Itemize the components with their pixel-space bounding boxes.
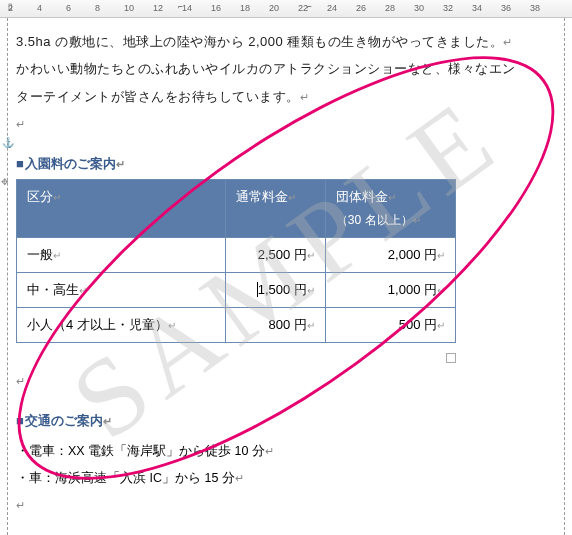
cell-group[interactable]: 2,000 円↵ — [325, 238, 455, 273]
ruler: ▯ ⌐ ⌐ 2468101214161820222426283032343638 — [0, 0, 572, 18]
paragraph-mark-icon: ↵ — [16, 499, 26, 511]
ruler-number: 22 — [298, 3, 308, 13]
cell-group[interactable]: 500 円↵ — [325, 308, 455, 343]
paragraph-mark-icon: ↵ — [16, 375, 26, 387]
intro-paragraph-3[interactable]: ターテイメントが皆さんをお待ちしています。↵ — [16, 83, 560, 110]
access-heading[interactable]: 交通のご案内↵ — [16, 412, 560, 430]
ruler-number: 36 — [501, 3, 511, 13]
ruler-number: 26 — [356, 3, 366, 13]
ruler-number: 14 — [182, 3, 192, 13]
ruler-number: 8 — [95, 3, 100, 13]
cell-group[interactable]: 1,000 円↵ — [325, 273, 455, 308]
cell-regular[interactable]: 2,500 円↵ — [226, 238, 326, 273]
ruler-number: 12 — [153, 3, 163, 13]
list-item[interactable]: 電車：XX 電鉄「海岸駅」から徒歩 10 分↵ — [16, 438, 560, 464]
ruler-number: 32 — [443, 3, 453, 13]
table-move-handle-icon[interactable]: ✥ — [1, 177, 9, 187]
table-row[interactable]: 小人（4 才以上・児童）↵ 800 円↵ 500 円↵ — [17, 308, 456, 343]
paragraph-mark-icon: ↵ — [16, 118, 26, 130]
access-list: 電車：XX 電鉄「海岸駅」から徒歩 10 分↵ 車：海浜高速「入浜 IC」から … — [16, 438, 560, 491]
cell-category[interactable]: 小人（4 才以上・児童）↵ — [17, 308, 226, 343]
ruler-number: 18 — [240, 3, 250, 13]
anchor-icon: ⚓ — [2, 137, 14, 148]
empty-paragraph[interactable]: ↵ — [16, 110, 560, 137]
fees-table[interactable]: 区分↵ 通常料金↵ 団体料金↵（30 名以上）↵ 一般↵ 2,500 円↵ 2,… — [16, 179, 456, 343]
list-item[interactable]: 車：海浜高速「入浜 IC」から 15 分↵ — [16, 465, 560, 491]
intro-paragraph-1[interactable]: 3.5ha の敷地に、地球上の陸や海から 2,000 種類もの生き物がやってきま… — [16, 28, 560, 55]
fees-heading[interactable]: 入園料のご案内↵ — [16, 155, 560, 173]
ruler-number: 20 — [269, 3, 279, 13]
col-regular[interactable]: 通常料金↵ — [226, 180, 326, 238]
ruler-number: 10 — [124, 3, 134, 13]
cell-regular[interactable]: 800 円↵ — [226, 308, 326, 343]
ruler-number: 34 — [472, 3, 482, 13]
paragraph-mark-icon: ↵ — [503, 36, 513, 48]
ruler-number: 16 — [211, 3, 221, 13]
paragraph-mark-icon: ↵ — [116, 158, 125, 170]
ruler-number: 38 — [530, 3, 540, 13]
col-category[interactable]: 区分↵ — [17, 180, 226, 238]
table-row[interactable]: 中・高生↵ 1,500 円↵ 1,000 円↵ — [17, 273, 456, 308]
paragraph-mark-icon: ↵ — [235, 472, 244, 484]
table-header-row: 区分↵ 通常料金↵ 団体料金↵（30 名以上）↵ — [17, 180, 456, 238]
empty-paragraph[interactable]: ↵ — [16, 491, 560, 518]
ruler-number: 6 — [66, 3, 71, 13]
table-resize-handle-icon[interactable] — [446, 353, 456, 363]
cell-category[interactable]: 中・高生↵ — [17, 273, 226, 308]
cell-regular[interactable]: 1,500 円↵ — [226, 273, 326, 308]
ruler-number: 30 — [414, 3, 424, 13]
ruler-number: 28 — [385, 3, 395, 13]
cell-category[interactable]: 一般↵ — [17, 238, 226, 273]
ruler-number: 24 — [327, 3, 337, 13]
col-group[interactable]: 団体料金↵（30 名以上）↵ — [325, 180, 455, 238]
paragraph-mark-icon: ↵ — [300, 91, 310, 103]
empty-paragraph[interactable]: ↵ — [16, 367, 560, 394]
ruler-number: 2 — [8, 3, 13, 13]
intro-paragraph-2[interactable]: かわいい動物たちとのふれあいやイルカのアトラクションショーなど、様々なエン — [16, 55, 560, 82]
paragraph-mark-icon: ↵ — [103, 415, 112, 427]
document-page[interactable]: 3.5ha の敷地に、地球上の陸や海から 2,000 種類もの生き物がやってきま… — [0, 18, 572, 528]
table-row[interactable]: 一般↵ 2,500 円↵ 2,000 円↵ — [17, 238, 456, 273]
ruler-number: 4 — [37, 3, 42, 13]
paragraph-mark-icon: ↵ — [265, 445, 274, 457]
